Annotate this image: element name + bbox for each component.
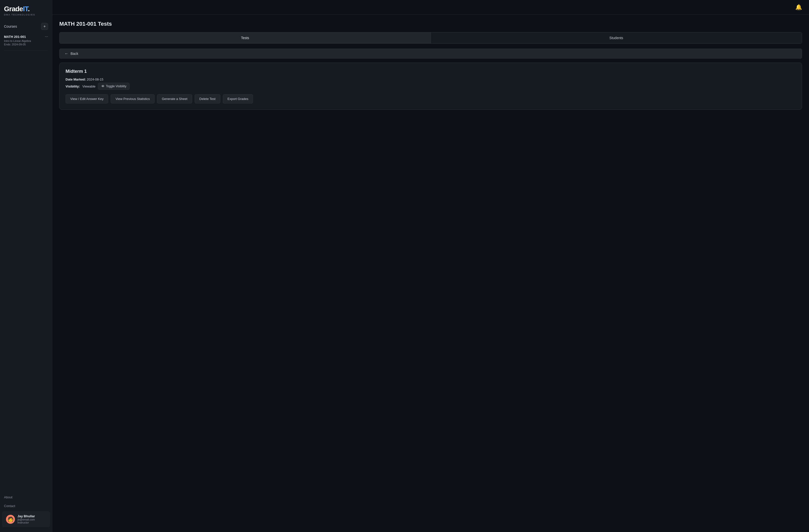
toggle-visibility-button[interactable]: 👁 Toggle Visibility bbox=[98, 83, 130, 90]
delete-test-button[interactable]: Delete Test bbox=[195, 94, 220, 103]
top-bar: 🔔 bbox=[52, 0, 809, 15]
test-title: Midterm 1 bbox=[66, 69, 796, 74]
tab-tests[interactable]: Tests bbox=[59, 32, 431, 44]
logo-text: GradeIT. bbox=[4, 5, 48, 13]
back-button[interactable]: ← Back bbox=[59, 49, 802, 58]
course-item[interactable]: MATH 201-001 ··· Intro to Linear Algebra… bbox=[0, 32, 52, 47]
test-card: Midterm 1 Date Marked: 2024-08-15 Visibi… bbox=[59, 63, 802, 110]
toggle-visibility-label: Toggle Visibility bbox=[106, 85, 126, 88]
notifications-button[interactable]: 🔔 bbox=[794, 3, 803, 12]
tab-bar: Tests Students bbox=[59, 32, 802, 44]
courses-row: Courses + bbox=[0, 21, 52, 32]
courses-label: Courses bbox=[4, 24, 17, 29]
main-content: 🔔 MATH 201-001 Tests Tests Students ← Ba… bbox=[52, 0, 809, 532]
logo-tagline: DMA TECHNOLOGIES bbox=[4, 14, 48, 16]
sidebar-item-contact[interactable]: Contact bbox=[0, 502, 52, 510]
sidebar-bottom: About Contact 🧑 Jay Bhullar jb@email.com… bbox=[0, 493, 52, 532]
content-area: MATH 201-001 Tests Tests Students ← Back… bbox=[52, 15, 809, 532]
user-role: Instructor bbox=[17, 521, 35, 524]
avatar: 🧑 bbox=[6, 515, 15, 524]
visibility-label: Visibility: bbox=[66, 85, 80, 88]
user-name: Jay Bhullar bbox=[17, 514, 35, 518]
course-ends: Ends: 2024-09-05 bbox=[4, 43, 48, 46]
add-course-button[interactable]: + bbox=[41, 23, 48, 30]
generate-sheet-button[interactable]: Generate a Sheet bbox=[157, 94, 192, 103]
course-name: MATH 201-001 bbox=[4, 35, 26, 39]
back-label: Back bbox=[70, 52, 78, 56]
user-info: Jay Bhullar jb@email.com Instructor bbox=[17, 514, 35, 524]
visibility-value: Viewable bbox=[83, 85, 96, 88]
view-edit-answer-key-button[interactable]: View / Edit Answer Key bbox=[66, 94, 108, 103]
back-arrow-icon: ← bbox=[65, 51, 69, 56]
view-previous-statistics-button[interactable]: View Previous Statistics bbox=[111, 94, 155, 103]
tab-students[interactable]: Students bbox=[431, 32, 802, 44]
page-title: MATH 201-001 Tests bbox=[59, 21, 802, 27]
test-date-meta: Date Marked: 2024-08-15 bbox=[66, 78, 796, 81]
sidebar-user[interactable]: 🧑 Jay Bhullar jb@email.com Instructor bbox=[2, 511, 50, 527]
export-grades-button[interactable]: Export Grades bbox=[223, 94, 253, 103]
eye-icon: 👁 bbox=[101, 84, 105, 88]
sidebar-item-about[interactable]: About bbox=[0, 493, 52, 502]
action-buttons: View / Edit Answer Key View Previous Sta… bbox=[66, 94, 796, 103]
sidebar: GradeIT. DMA TECHNOLOGIES Courses + MATH… bbox=[0, 0, 52, 532]
visibility-row: Visibility: Viewable 👁 Toggle Visibility bbox=[66, 83, 796, 90]
logo: GradeIT. DMA TECHNOLOGIES bbox=[0, 0, 52, 20]
course-menu-icon[interactable]: ··· bbox=[45, 34, 48, 39]
course-subtitle: Intro to Linear Algebra bbox=[4, 39, 48, 42]
date-marked-label: Date Marked: bbox=[66, 78, 86, 81]
sidebar-divider bbox=[4, 50, 48, 51]
bell-icon: 🔔 bbox=[795, 4, 802, 10]
date-marked-value: 2024-08-15 bbox=[87, 78, 103, 81]
user-email: jb@email.com bbox=[17, 518, 35, 521]
